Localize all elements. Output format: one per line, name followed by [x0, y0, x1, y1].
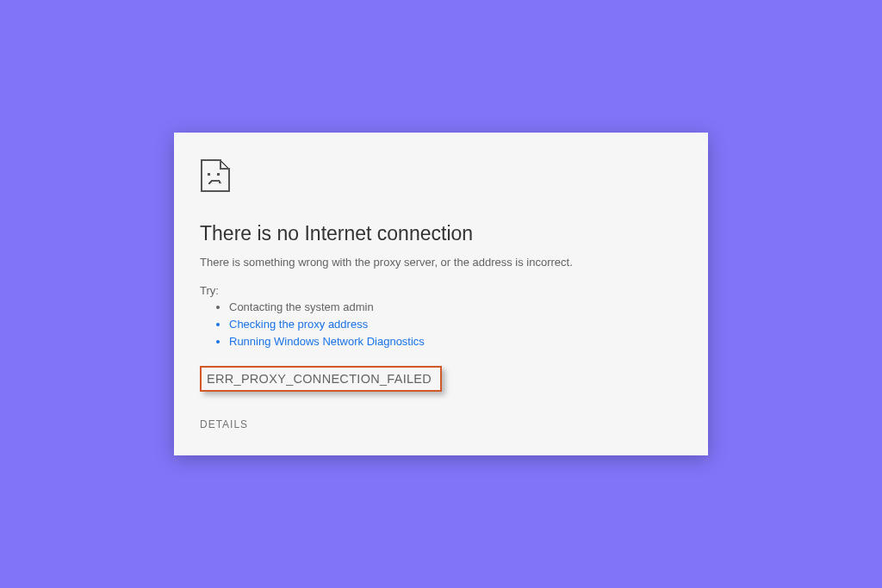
suggestion-check-proxy[interactable]: Checking the proxy address	[229, 316, 682, 333]
try-suggestions-list: Contacting the system admin Checking the…	[200, 299, 682, 350]
svg-rect-0	[208, 173, 210, 176]
suggestion-contact-admin: Contacting the system admin	[229, 299, 682, 316]
details-button[interactable]: DETAILS	[200, 418, 248, 430]
error-heading: There is no Internet connection	[200, 222, 682, 245]
suggestion-network-diagnostics[interactable]: Running Windows Network Diagnostics	[229, 333, 682, 350]
error-subheading: There is something wrong with the proxy …	[200, 256, 682, 269]
svg-rect-1	[217, 173, 220, 176]
suggestion-network-diagnostics-link[interactable]: Running Windows Network Diagnostics	[229, 335, 425, 348]
sad-page-icon	[200, 158, 682, 196]
try-label: Try:	[200, 284, 682, 297]
suggestion-check-proxy-link[interactable]: Checking the proxy address	[229, 318, 368, 331]
error-code: ERR_PROXY_CONNECTION_FAILED	[207, 372, 432, 386]
error-panel: There is no Internet connection There is…	[174, 133, 708, 455]
error-code-highlight: ERR_PROXY_CONNECTION_FAILED	[200, 366, 442, 392]
